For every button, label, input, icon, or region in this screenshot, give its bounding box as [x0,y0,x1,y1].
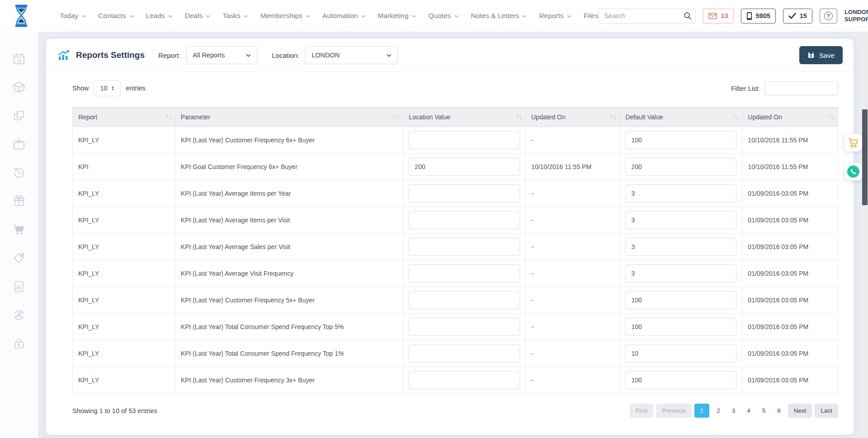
location-value-input[interactable] [409,238,520,256]
location-value-cell [403,154,526,180]
updated-on-cell: - [526,207,620,234]
pagination-2[interactable]: 2 [712,404,725,418]
messages-badge[interactable]: 13 [703,9,733,24]
chevron-down-icon [81,15,86,18]
show-entries: Show 10 ▲▼ entries [72,80,146,96]
location-value-input[interactable] [409,264,520,283]
default-value-cell [620,260,742,287]
column-header[interactable]: Report ↑↓ [73,108,175,127]
save-button[interactable]: Save [799,46,843,64]
hourglass-logo[interactable] [12,4,31,28]
nav-item-label: Reports [539,12,563,20]
pagination-first[interactable]: First [630,404,653,418]
filter-input[interactable] [764,81,838,95]
default-value-cell [620,314,742,340]
location-value-input[interactable] [409,184,520,203]
chevron-down-icon [361,15,366,18]
nav-item-notes-letters[interactable]: Notes & Letters [471,12,527,20]
default-updated-on-cell: 01/09/2016 03:05 PM [742,260,838,287]
default-value-input[interactable] [625,131,736,149]
pagination-next[interactable]: Next [788,404,812,418]
pagination-last[interactable]: Last [815,404,838,418]
report-document-icon[interactable] [13,280,25,293]
pagination-4[interactable]: 4 [742,404,755,418]
location-value-input[interactable] [409,158,520,176]
cart-fab-button[interactable] [844,134,862,151]
nav-item-leads[interactable]: Leads [146,12,173,20]
nav-item-today[interactable]: Today [60,12,86,20]
location-value-input[interactable] [409,291,520,309]
report-select[interactable]: All Reports [186,46,257,64]
location-value-input[interactable] [409,371,520,389]
nav-item-label: Contacts [98,12,126,20]
location-value-input[interactable] [409,131,520,149]
pagination-previous[interactable]: Previous [656,404,692,418]
default-value-input[interactable] [625,291,736,309]
search-input[interactable] [598,9,696,24]
user-name: LONDON SUPPORT [844,9,868,23]
pagination: FirstPrevious123456NextLast [630,404,838,418]
page-size-select[interactable]: 10 ▲▼ [94,80,121,96]
search-icon[interactable] [684,12,692,20]
pagination-6[interactable]: 6 [773,404,785,418]
cart-icon[interactable] [13,223,25,236]
column-header-label: Default Value [625,113,663,121]
pagination-1[interactable]: 1 [694,404,710,418]
calls-badge[interactable]: 5905 [741,9,776,24]
location-select[interactable]: LONDON [305,46,398,64]
chevron-down-icon [522,15,527,18]
nav-item-tasks[interactable]: Tasks [222,12,248,20]
nav-item-deals[interactable]: Deals [185,12,211,20]
phone-fab-button[interactable] [844,163,862,180]
lock-icon[interactable] [13,337,25,350]
calendar-import-icon[interactable] [13,138,25,151]
nav-item-reports[interactable]: Reports [539,12,571,20]
location-value-input[interactable] [409,318,520,336]
nav-item-marketing[interactable]: Marketing [378,12,416,20]
reports-settings-table: Report ↑↓ Parameter ↑↓ Location Value ↑↓… [72,107,838,394]
location-value-input[interactable] [409,211,520,229]
nav-item-contacts[interactable]: Contacts [98,12,133,20]
nav-item-memberships[interactable]: Memberships [260,12,310,20]
sort-icons: ↑↓ [393,114,400,120]
nav-item-automation[interactable]: Automation [322,12,365,20]
column-header[interactable]: Updated On ↑↓ [526,108,620,127]
table-row: KPI_LY KPI (Last Year) Average Items per… [73,207,838,234]
nav-item-files[interactable]: Files [584,12,599,20]
default-value-input[interactable] [625,371,736,389]
calendar-icon[interactable]: 12 [13,52,25,65]
default-value-input[interactable] [625,318,736,336]
copy-icon[interactable] [13,109,25,122]
location-value-input[interactable] [409,344,520,363]
history-icon[interactable] [13,166,25,179]
scrollbar[interactable] [861,32,868,438]
sort-icons: ↑↓ [609,114,616,120]
nav-item-quotes[interactable]: Quotes [429,12,459,20]
default-value-input[interactable] [625,184,736,203]
report-cell: KPI_LY [73,287,175,314]
default-updated-on-cell: 10/10/2016 11:55 PM [742,127,838,154]
pagination-3[interactable]: 3 [727,404,740,418]
column-header[interactable]: Updated On ↑↓ [742,108,838,127]
default-value-cell [620,234,742,260]
help-badge[interactable]: ? [820,9,837,24]
package-icon[interactable] [13,81,25,94]
messages-count: 13 [721,12,728,19]
pagination-5[interactable]: 5 [758,404,770,418]
column-header[interactable]: Default Value ↑↓ [620,108,742,127]
chevron-down-icon [454,15,459,18]
default-value-input[interactable] [625,158,736,176]
default-value-input[interactable] [625,344,736,363]
default-value-input[interactable] [625,264,736,283]
sort-icons: ↑↓ [165,114,172,120]
column-header[interactable]: Location Value ↑↓ [403,108,526,127]
scrollbar-thumb[interactable] [862,109,868,205]
default-value-input[interactable] [625,238,736,256]
entries-label: entries [126,85,146,92]
column-header[interactable]: Parameter ↑↓ [175,108,403,127]
tag-icon[interactable] [13,252,25,264]
tasks-badge[interactable]: 15 [783,9,812,24]
account-sync-icon[interactable] [13,309,25,321]
default-value-input[interactable] [625,211,736,229]
gift-icon[interactable] [13,195,25,207]
